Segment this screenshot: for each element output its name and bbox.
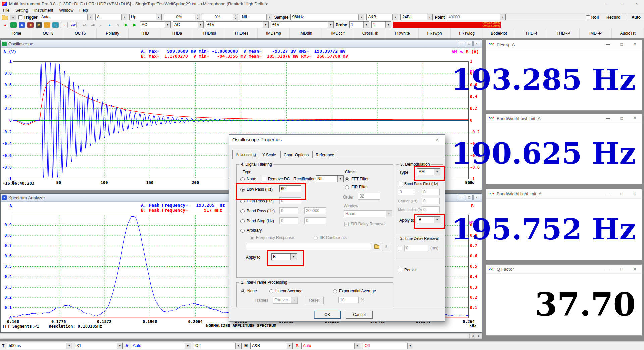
run-indicator-icon[interactable]: ● [2,22,8,28]
tab-y-scale[interactable]: Y Scale [259,151,279,158]
range-a-select[interactable]: ±1V▼ [206,21,269,28]
filter-none-radio[interactable] [240,177,245,181]
oscilloscope-titlebar[interactable]: ~ Oscilloscope — □ × [1,40,482,48]
chevron-down-icon[interactable]: ▼ [87,14,93,20]
channel-a-range-select[interactable]: Auto▼ [131,343,191,349]
tab-imd~p[interactable]: IMD~P [580,28,612,38]
menu-window[interactable]: Window [56,8,76,13]
trigger-edge-select[interactable]: Up▼ [129,14,162,20]
coefficient-table-button[interactable]: # [382,243,390,250]
sampling-rate-select[interactable]: 96kHz▼ [290,14,364,20]
ifp-none-radio[interactable] [241,289,245,293]
chevron-down-icon[interactable]: ▼ [500,14,505,20]
latency-test-icon[interactable]: ⌐ [98,22,104,28]
chevron-down-icon[interactable]: ▼ [328,22,333,28]
chevron-down-icon[interactable]: ▼ [385,22,391,28]
tab-audiotst[interactable]: AudioTst [612,28,644,38]
ddp-titlebar[interactable]: DDPf1Freq_A—□× [486,40,642,49]
close-icon[interactable]: × [628,40,642,49]
range-b-select[interactable]: ±1V▼ [271,21,334,28]
chevron-down-icon[interactable]: ▼ [165,22,170,28]
run-a-icon[interactable]: ▶ [123,22,129,28]
spin-down-icon[interactable]: ▼ [233,17,238,20]
spectrum-close-icon[interactable]: × [473,195,480,200]
close-icon[interactable]: × [628,114,642,123]
spectrum-3d-plot-icon[interactable]: # [27,22,34,28]
menu-instrument[interactable]: Instrument [31,8,56,13]
spectrum-minimize-icon[interactable]: — [458,195,465,200]
maximize-button[interactable]: □ [614,0,629,7]
scrollbar-track[interactable] [0,334,469,338]
oscilloscope-minimize-icon[interactable]: — [458,41,465,46]
tab-processing[interactable]: Processing [232,150,259,159]
minimize-icon[interactable]: — [601,189,615,198]
ok-button[interactable]: OK [314,311,341,319]
chevron-down-icon[interactable]: ▼ [266,14,272,20]
tab-home[interactable]: Home [0,28,32,38]
tab-frswph[interactable]: FRswph [419,28,451,38]
fir-filter-radio[interactable] [345,185,349,189]
tab-thdres[interactable]: THDres [225,28,258,38]
spectrum-restore-icon[interactable]: □ [466,195,473,200]
trigger-level-spinner[interactable]: 0%▲▼ [164,14,200,20]
scroll-left-icon[interactable]: ◀ [469,334,476,338]
ddp-viewer-icon[interactable]: DDP [70,22,77,28]
close-icon[interactable]: × [628,189,642,198]
ddp-titlebar[interactable]: DDPBandWidthHighLimit_A—□× [486,189,642,199]
oscilloscope-close-icon[interactable]: × [473,41,480,46]
minimize-icon[interactable]: — [601,40,615,49]
menu-setting[interactable]: Setting [12,8,31,13]
persist-checkbox[interactable] [398,268,402,272]
chevron-down-icon[interactable]: ▼ [363,22,369,28]
chevron-down-icon[interactable]: ▼ [117,343,122,349]
sweep-time-select[interactable]: 500ms▼ [7,343,72,349]
trigger-checkbox[interactable] [18,15,22,19]
signal-generator-icon[interactable]: ~ [44,22,50,28]
tab-reference[interactable]: Reference [312,151,337,158]
spin-up-icon[interactable]: ▲ [233,14,238,17]
high-pass-radio[interactable] [240,199,245,203]
tab-imddin[interactable]: IMDdin [290,28,322,38]
save-icon[interactable]: ≡ [10,15,16,20]
trigger-mode-select[interactable]: Auto▼ [40,14,93,20]
coupling-a-select[interactable]: AC▼ [140,21,171,28]
band-pass-radio[interactable] [240,209,245,213]
multiplier-select[interactable]: X1▼ [75,343,123,349]
minimize-button[interactable]: — [600,0,614,7]
close-button[interactable]: × [629,0,644,7]
maximize-icon[interactable]: □ [615,265,628,273]
tab-chart-options[interactable]: Chart Options [280,151,312,158]
horizontal-scrollbar[interactable]: ◀ ▶ [0,333,482,339]
chevron-down-icon[interactable]: ▼ [287,343,292,349]
tab-thd~f[interactable]: THD~f [515,28,547,38]
record-length-select[interactable]: 48000▼ [447,14,506,20]
chevron-down-icon[interactable]: ▼ [358,14,364,20]
coupling-b-select[interactable]: AC▼ [173,21,204,28]
maximize-icon[interactable]: □ [615,40,628,49]
tab-crosstlk[interactable]: CrossTlk [354,28,386,38]
minimize-icon[interactable]: — [601,265,615,273]
tab-frswlog[interactable]: FRswlog [451,28,483,38]
cancel-button[interactable]: Cancel [346,311,373,319]
trigger-checkbox-group[interactable]: Trigger [18,15,38,20]
chevron-down-icon[interactable]: ▼ [235,343,241,349]
tab-polarity[interactable]: Polarity [97,28,129,38]
menu-help[interactable]: Help [76,8,91,13]
ddp-titlebar[interactable]: DDPQ Factor—□× [486,265,642,274]
tab-thd~p[interactable]: THD~P [547,28,580,38]
time-delay-checkbox[interactable] [398,246,402,250]
sampling-channels-select[interactable]: A&B▼ [366,14,398,20]
trigger-source-select[interactable]: A▼ [95,14,127,20]
low-pass-radio[interactable] [240,188,245,192]
filter-apply-to-select[interactable]: B▼ [271,253,297,260]
minimize-icon[interactable]: — [601,114,615,123]
distribution-icon[interactable]: ∩ [115,22,121,28]
maximize-icon[interactable]: □ [615,114,628,123]
channel-b-range-select[interactable]: Auto▼ [301,343,360,349]
chevron-down-icon[interactable]: ▼ [185,343,191,349]
chevron-down-icon[interactable]: ▼ [407,343,413,349]
spin-down-icon[interactable]: ▼ [195,17,200,20]
remove-dc-checkbox[interactable] [262,177,266,181]
ddp-titlebar[interactable]: DDPBandWidthLowLimit_A—□× [486,114,642,123]
roll-checkbox[interactable] [586,15,590,19]
